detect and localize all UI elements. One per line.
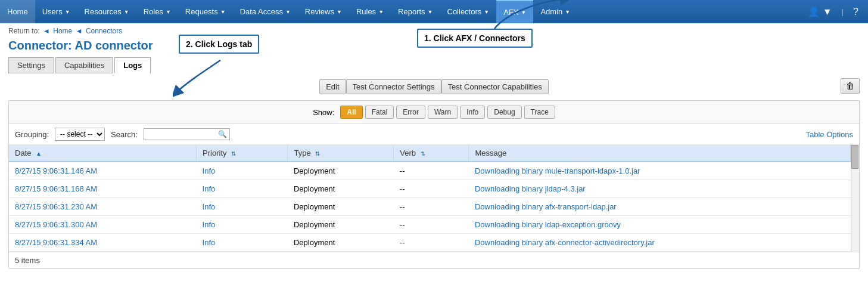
search-label: Search: [111, 130, 138, 139]
cell-type: Deployment [288, 216, 394, 234]
edit-button[interactable]: Edit [319, 79, 346, 94]
filter-error[interactable]: Error [396, 106, 425, 119]
content-area: Show: All Fatal Error Warn Info Debug Tr… [8, 100, 860, 269]
cell-priority: Info [197, 162, 288, 180]
filter-warn[interactable]: Warn [428, 106, 458, 119]
table-row: 8/27/15 9:06:31.146 AMInfoDeployment--Do… [9, 162, 851, 180]
data-table: Date ▲ Priority ⇅ Type ⇅ Verb ⇅ Message … [9, 145, 851, 252]
cell-type: Deployment [288, 162, 394, 180]
chevron-down-icon: ▼ [521, 10, 527, 16]
chevron-down-icon: ▼ [220, 9, 226, 15]
nav-requests[interactable]: Requests ▼ [178, 0, 233, 23]
chevron-down-icon: ▼ [65, 9, 70, 15]
table-row: 8/27/15 9:06:31.230 AMInfoDeployment--Do… [9, 198, 851, 216]
table-row: 8/27/15 9:06:31.168 AMInfoDeployment--Do… [9, 180, 851, 198]
cell-priority: Info [197, 198, 288, 216]
table-row: 8/27/15 9:06:31.300 AMInfoDeployment--Do… [9, 216, 851, 234]
col-type[interactable]: Type ⇅ [288, 145, 394, 162]
nav-resources[interactable]: Resources ▼ [77, 0, 136, 23]
chevron-down-icon: ▼ [565, 9, 570, 15]
cell-type: Deployment [288, 180, 394, 198]
cell-verb: -- [394, 198, 469, 216]
cell-priority: Info [197, 180, 288, 198]
nav-home[interactable]: Home [0, 0, 35, 23]
table-row: 8/27/15 9:06:31.334 AMInfoDeployment--Do… [9, 234, 851, 252]
tabs-row: Settings Capabilities Logs [0, 57, 868, 73]
tab-capabilities[interactable]: Capabilities [55, 57, 113, 73]
chevron-down-icon: ▼ [378, 9, 384, 15]
cell-message: Downloading binary afx-connector-actived… [469, 234, 851, 252]
cell-verb: -- [394, 180, 469, 198]
arrow-icon: ◄ [76, 27, 83, 35]
table-wrapper: Date ▲ Priority ⇅ Type ⇅ Verb ⇅ Message … [9, 145, 859, 252]
arrow-icon: ◄ [43, 27, 50, 35]
cell-verb: -- [394, 234, 469, 252]
cell-date[interactable]: 8/27/15 9:06:31.168 AM [9, 180, 197, 198]
grouping-label: Grouping: [15, 130, 49, 139]
scrollbar[interactable] [851, 145, 859, 252]
breadcrumb: Return to: ◄ Home ◄ Connectors [0, 23, 868, 36]
nav-users[interactable]: Users ▼ [35, 0, 77, 23]
help-icon[interactable]: ? [850, 7, 862, 17]
search-input-wrap: 🔍 [144, 128, 230, 140]
cell-date[interactable]: 8/27/15 9:06:31.334 AM [9, 234, 197, 252]
table-footer: 5 items [9, 252, 859, 268]
cell-date[interactable]: 8/27/15 9:06:31.300 AM [9, 216, 197, 234]
cell-type: Deployment [288, 198, 394, 216]
cell-message: Downloading binary mule-transport-ldapx-… [469, 162, 851, 180]
cell-type: Deployment [288, 234, 394, 252]
cell-message: Downloading binary afx-transport-ldap.ja… [469, 198, 851, 216]
test-connector-capabilities-button[interactable]: Test Connector Capabilities [441, 79, 549, 94]
nav-collectors[interactable]: Collectors ▼ [440, 0, 497, 23]
cell-priority: Info [197, 234, 288, 252]
scroll-thumb[interactable] [851, 145, 858, 169]
chevron-down-icon: ▼ [337, 9, 342, 15]
col-date[interactable]: Date ▲ [9, 145, 197, 162]
toolbar: Edit Test Connector Settings Test Connec… [0, 73, 868, 100]
nav-rules[interactable]: Rules ▼ [349, 0, 391, 23]
chevron-down-icon: ▼ [285, 9, 291, 15]
col-priority[interactable]: Priority ⇅ [197, 145, 288, 162]
filter-info[interactable]: Info [460, 106, 485, 119]
chevron-down-icon: ▼ [484, 9, 489, 15]
col-verb[interactable]: Verb ⇅ [394, 145, 469, 162]
filter-all[interactable]: All [340, 106, 362, 119]
tab-logs[interactable]: Logs [114, 57, 151, 73]
filter-bar: Show: All Fatal Error Warn Info Debug Tr… [9, 101, 859, 124]
nav-admin[interactable]: Admin ▼ [533, 0, 577, 23]
nav-roles[interactable]: Roles ▼ [136, 0, 178, 23]
search-row: Grouping: -- select -- Search: 🔍 Table O… [9, 124, 859, 145]
chevron-down-icon: ▼ [428, 9, 433, 15]
table-options-link[interactable]: Table Options [806, 130, 854, 139]
chevron-down-icon: ▼ [124, 9, 129, 15]
nav-reviews[interactable]: Reviews ▼ [298, 0, 349, 23]
page-title: Connector: AD connector [0, 36, 868, 57]
breadcrumb-connectors[interactable]: Connectors [86, 27, 122, 35]
search-icon[interactable]: 🔍 [218, 130, 227, 138]
cell-message: Downloading binary jldap-4.3.jar [469, 180, 851, 198]
user-icon[interactable]: 👤 ▼ [804, 6, 835, 17]
delete-button[interactable]: 🗑 [841, 78, 860, 94]
filter-debug[interactable]: Debug [487, 106, 521, 119]
cell-message: Downloading binary ldap-exception.groovy [469, 216, 851, 234]
cell-date[interactable]: 8/27/15 9:06:31.230 AM [9, 198, 197, 216]
grouping-select[interactable]: -- select -- [55, 128, 105, 141]
breadcrumb-home[interactable]: Home [53, 27, 72, 35]
trash-icon: 🗑 [846, 81, 854, 91]
filter-trace[interactable]: Trace [524, 106, 555, 119]
search-input[interactable] [147, 130, 218, 138]
cell-priority: Info [197, 216, 288, 234]
navbar: Home Users ▼ Resources ▼ Roles ▼ Request… [0, 0, 868, 23]
nav-reports[interactable]: Reports ▼ [391, 0, 440, 23]
filter-fatal[interactable]: Fatal [365, 106, 394, 119]
navbar-right: 👤 ▼ | ? [798, 0, 868, 23]
cell-date[interactable]: 8/27/15 9:06:31.146 AM [9, 162, 197, 180]
nav-data-access[interactable]: Data Access ▼ [233, 0, 298, 23]
col-message: Message [469, 145, 851, 162]
test-connector-settings-button[interactable]: Test Connector Settings [346, 79, 441, 94]
tab-settings[interactable]: Settings [8, 57, 54, 73]
cell-verb: -- [394, 216, 469, 234]
chevron-down-icon: ▼ [166, 9, 171, 15]
cell-verb: -- [394, 162, 469, 180]
nav-afx[interactable]: AFX ▼ [496, 0, 533, 23]
